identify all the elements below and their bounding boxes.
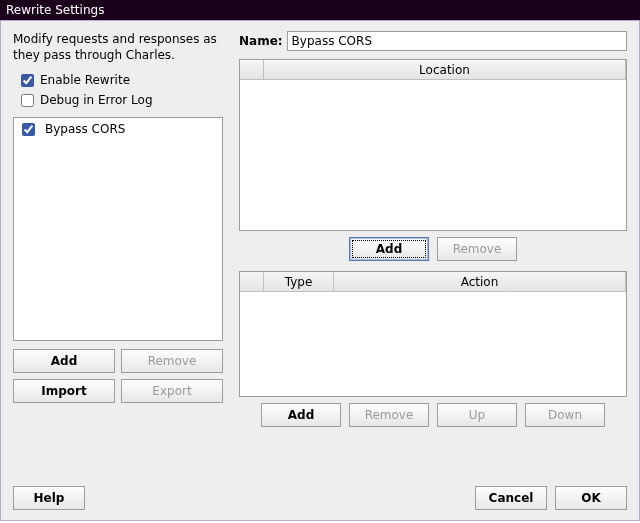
debug-error-log-checkbox[interactable] [21,94,34,107]
rules-action-header: Action [334,272,626,292]
window-body: Modify requests and responses as they pa… [0,20,640,521]
left-panel: Modify requests and responses as they pa… [13,31,223,427]
rules-row-header [240,272,264,292]
sets-export-button[interactable]: Export [121,379,223,403]
help-button[interactable]: Help [13,486,85,510]
name-input[interactable] [287,31,627,51]
debug-error-log-label: Debug in Error Log [40,93,153,107]
rules-up-button[interactable]: Up [437,403,517,427]
rules-down-button[interactable]: Down [525,403,605,427]
sets-add-button[interactable]: Add [13,349,115,373]
rules-remove-button[interactable]: Remove [349,403,429,427]
sets-import-button[interactable]: Import [13,379,115,403]
location-table[interactable]: Location [239,59,627,231]
rewrite-sets-list[interactable]: Bypass CORS [13,117,223,341]
right-panel: Name: Location Add Remove Type [239,31,627,427]
enable-rewrite-label: Enable Rewrite [40,73,130,87]
window-title: Rewrite Settings [6,3,104,17]
sets-remove-button[interactable]: Remove [121,349,223,373]
enable-rewrite-checkbox[interactable] [21,74,34,87]
window-titlebar: Rewrite Settings [0,0,640,20]
location-column-header: Location [264,60,626,80]
rules-table[interactable]: Type Action [239,271,627,397]
set-label: Bypass CORS [45,122,125,136]
cancel-button[interactable]: Cancel [475,486,547,510]
dialog-button-bar: Help Cancel OK [13,486,627,510]
location-table-body[interactable] [240,80,626,230]
name-label: Name: [239,34,283,48]
rules-add-button[interactable]: Add [261,403,341,427]
set-checkbox[interactable] [22,123,35,136]
rules-table-body[interactable] [240,292,626,396]
debug-error-log-option[interactable]: Debug in Error Log [21,93,223,107]
location-add-button[interactable]: Add [349,237,429,261]
location-row-header [240,60,264,80]
rules-type-header: Type [264,272,334,292]
description-text: Modify requests and responses as they pa… [13,31,223,63]
list-item[interactable]: Bypass CORS [14,118,222,140]
enable-rewrite-option[interactable]: Enable Rewrite [21,73,223,87]
location-remove-button[interactable]: Remove [437,237,517,261]
ok-button[interactable]: OK [555,486,627,510]
